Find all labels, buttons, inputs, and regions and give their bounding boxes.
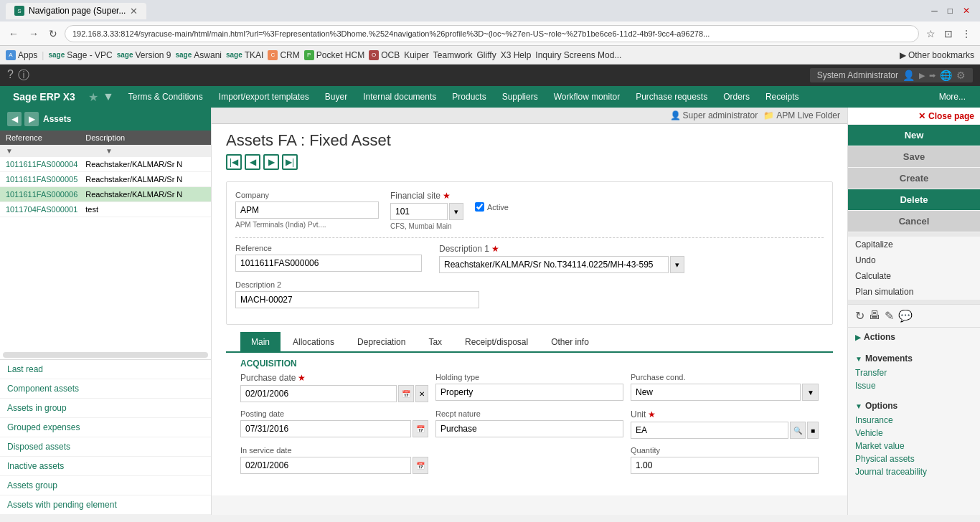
forward-btn[interactable]: →: [26, 27, 42, 41]
actions-expand-icon[interactable]: ▶: [855, 333, 861, 341]
apm-folder-btn[interactable]: 📁 APM Live Folder: [763, 110, 840, 120]
purchase-date-clear-btn[interactable]: ✕: [415, 385, 428, 402]
bm-tkai[interactable]: sage TKAI: [226, 50, 263, 60]
nav-products[interactable]: Products: [445, 89, 493, 105]
external-link-icon[interactable]: ➡: [929, 71, 936, 80]
win-maximize-btn[interactable]: □: [943, 4, 957, 17]
description2-input[interactable]: [235, 291, 479, 308]
nav-internal-docs[interactable]: Internal documents: [356, 89, 443, 105]
insurance-link[interactable]: Insurance: [855, 414, 973, 427]
bm-other[interactable]: ▶ Other bookmarks: [900, 50, 974, 60]
next-record-btn[interactable]: ▶: [263, 154, 279, 170]
nav-workflow[interactable]: Workflow monitor: [547, 89, 627, 105]
sidebar-item-disposed-assets[interactable]: Disposed assets: [0, 437, 211, 457]
nav-buyer[interactable]: Buyer: [318, 89, 354, 105]
menu-btn[interactable]: ⋮: [958, 27, 974, 41]
purchase-date-cal-btn[interactable]: 📅: [398, 385, 414, 402]
first-record-btn[interactable]: |◀: [226, 154, 242, 170]
purchase-cond-input[interactable]: [631, 384, 801, 401]
nav-terms[interactable]: Terms & Conditions: [121, 89, 210, 105]
bm-x3help[interactable]: X3 Help: [501, 50, 532, 60]
description1-picker-btn[interactable]: ▾: [670, 256, 684, 273]
address-bar[interactable]: [65, 25, 919, 42]
holding-type-input[interactable]: [435, 384, 623, 401]
in-service-date-cal-btn[interactable]: 📅: [413, 457, 428, 474]
bm-kuiper[interactable]: Kuiper: [404, 50, 429, 60]
nav-orders[interactable]: Orders: [716, 89, 757, 105]
sidebar-item-assets-group[interactable]: Assets group: [0, 476, 211, 495]
nav-import-export[interactable]: Import/export templates: [212, 89, 316, 105]
win-close-btn[interactable]: ✕: [958, 4, 974, 17]
tab-main[interactable]: Main: [240, 332, 281, 351]
list-item[interactable]: 1011611FAS000004 Reachstaker/KALMAR/Sr N: [0, 157, 211, 172]
bm-aswani[interactable]: sage Aswani: [176, 50, 222, 60]
nav-more[interactable]: More...: [932, 89, 973, 105]
recpt-nature-input[interactable]: [435, 420, 623, 437]
sidebar-scrollbar[interactable]: [3, 352, 208, 358]
last-record-btn[interactable]: ▶|: [282, 154, 298, 170]
new-btn[interactable]: New: [848, 125, 980, 146]
unit-search-btn[interactable]: 🔍: [790, 422, 806, 439]
posting-date-input[interactable]: [240, 420, 411, 437]
chat-icon[interactable]: 💬: [898, 309, 913, 323]
financial-site-picker-btn[interactable]: ▾: [449, 203, 463, 220]
bm-crm[interactable]: C CRM: [268, 50, 299, 60]
posting-date-cal-btn[interactable]: 📅: [413, 420, 428, 437]
print-icon[interactable]: 🖶: [869, 309, 880, 323]
capitalize-btn[interactable]: Capitalize: [848, 237, 980, 252]
nav-receipts[interactable]: Receipts: [758, 89, 806, 105]
sidebar-item-component-assets[interactable]: Component assets: [0, 379, 211, 399]
bm-pocket-hcm[interactable]: P Pocket HCM: [304, 50, 364, 60]
market-value-link[interactable]: Market value: [855, 440, 973, 452]
bm-sage-vpc[interactable]: sage Sage - VPC: [48, 50, 112, 60]
list-item-selected[interactable]: 1011611FAS000006 Reachstaker/KALMAR/Sr N: [0, 187, 211, 202]
back-btn[interactable]: ←: [6, 27, 22, 41]
filter-desc-icon[interactable]: ▼: [105, 147, 205, 155]
bm-inquiry[interactable]: Inquiry Screens Mod...: [535, 50, 621, 60]
bm-apps[interactable]: A Apps: [6, 50, 37, 60]
in-service-date-input[interactable]: [240, 457, 411, 474]
bm-version9[interactable]: sage Version 9: [117, 50, 171, 60]
tab-depreciation[interactable]: Depreciation: [347, 332, 416, 351]
sidebar-item-assets-in-group[interactable]: Assets in group: [0, 399, 211, 418]
sidebar-item-pending-element[interactable]: Assets with pending element: [0, 495, 211, 515]
filter-ref-icon[interactable]: ▼: [6, 147, 105, 155]
browser-tab[interactable]: S Navigation page (Super... ✕: [6, 3, 146, 19]
delete-btn[interactable]: Delete: [848, 189, 980, 210]
logo-star-icon[interactable]: ★: [88, 90, 98, 104]
tab-receipt-disposal[interactable]: Receipt/disposal: [454, 332, 539, 351]
list-item[interactable]: 1011611FAS000005 Reachstaker/KALMAR/Sr N: [0, 172, 211, 187]
bm-ocb[interactable]: O OCB: [369, 50, 400, 60]
list-item[interactable]: 1011704FAS000001 test: [0, 202, 211, 217]
active-checkbox[interactable]: [475, 202, 484, 212]
movements-collapse-icon[interactable]: ▼: [855, 355, 862, 363]
extensions-btn[interactable]: ⊡: [941, 27, 956, 41]
bm-teamwork[interactable]: Teamwork: [433, 50, 473, 60]
purchase-cond-dropdown-btn[interactable]: ▼: [802, 384, 819, 401]
edit-icon[interactable]: ✎: [885, 309, 894, 323]
purchase-date-input[interactable]: [240, 385, 397, 402]
issue-link[interactable]: Issue: [855, 379, 973, 392]
reload-btn[interactable]: ↻: [46, 27, 60, 41]
cancel-btn[interactable]: Cancel: [848, 211, 980, 232]
company-input[interactable]: [235, 201, 379, 219]
nav-purchase-requests[interactable]: Purchase requests: [628, 89, 715, 105]
create-btn[interactable]: Create: [848, 168, 980, 189]
bm-gliffy[interactable]: Gliffy: [477, 50, 496, 60]
win-minimize-btn[interactable]: ─: [927, 4, 942, 17]
calculate-btn[interactable]: Calculate: [848, 268, 980, 284]
financial-site-input[interactable]: [390, 203, 448, 220]
globe-icon[interactable]: 🌐: [940, 70, 952, 81]
undo-btn[interactable]: Undo: [848, 252, 980, 268]
prev-record-btn[interactable]: ◀: [245, 154, 260, 170]
sidebar-item-last-read[interactable]: Last read: [0, 360, 211, 379]
sidebar-back-btn[interactable]: ◀: [7, 112, 22, 126]
sidebar-forward-btn[interactable]: ▶: [24, 112, 39, 126]
super-admin-btn[interactable]: 👤 Super administrator: [670, 110, 758, 120]
tab-tax[interactable]: Tax: [418, 332, 453, 351]
help-icon[interactable]: ?: [7, 68, 14, 83]
logo-dropdown-icon[interactable]: ▼: [103, 90, 114, 103]
refresh-icon[interactable]: ↻: [855, 309, 864, 323]
save-btn[interactable]: Save: [848, 146, 980, 167]
settings-icon[interactable]: ⚙: [956, 70, 966, 81]
